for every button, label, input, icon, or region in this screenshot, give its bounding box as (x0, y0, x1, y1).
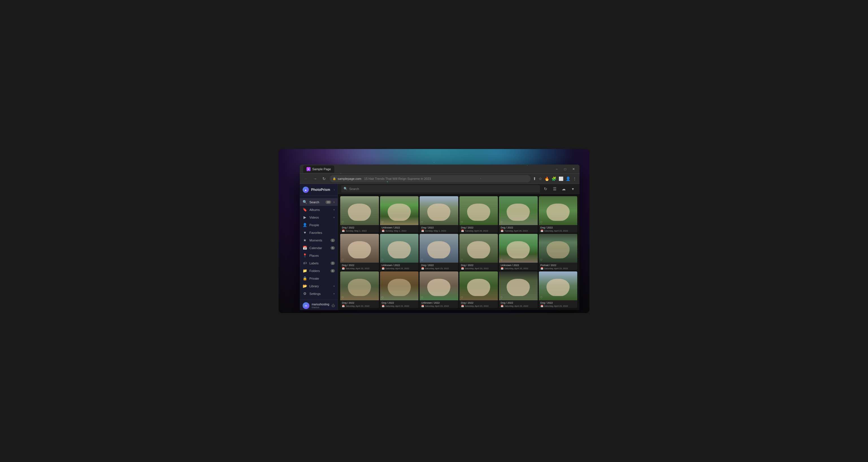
calendar-small-icon: 📅 (540, 267, 544, 270)
photo-info: Dog / 2022 📅 Saturday, April 23, 2022 🖼 … (499, 300, 538, 308)
avatar: m (303, 302, 309, 309)
photo-thumbnail: ♡ (380, 234, 419, 263)
puzzle-icon[interactable]: 🧩 (552, 176, 556, 181)
photo-card[interactable]: ♡ Dog / 2022 📅 Tuesday, April 26, 2022 🖼… (459, 196, 498, 233)
sidebar-item-search[interactable]: 🔍 Search 20 ▾ (300, 198, 338, 206)
sidebar-item-settings[interactable]: ⚙ Settings ▾ (300, 290, 338, 297)
photo-date: 📅 Saturday, April 23, 2022 (421, 267, 457, 270)
library-icon: 📂 (303, 284, 307, 288)
photo-card[interactable]: ♡ Dog / 2022 📅 Saturday, April 23, 2022 … (539, 196, 578, 233)
photo-card[interactable]: ♡ Dog / 2022 📅 Saturday, April 23, 2022 … (420, 234, 458, 270)
share-icon[interactable]: ⬆ (533, 176, 536, 181)
photo-card[interactable]: ♡ Unknown / 2022 📅 Saturday, April 23, 2… (420, 271, 458, 308)
forward-button[interactable]: → (312, 176, 318, 181)
profile-icon[interactable]: 👤 (566, 176, 570, 181)
photo-meta: 🖼 21091116UG, JPEG, 4000 × 3000, 3.1 MB (421, 308, 457, 308)
window-minimize-button[interactable]: − (554, 167, 559, 171)
photo-category: Unknown / 2022 (501, 264, 536, 267)
search-input-icon: 🔍 (344, 187, 347, 191)
browser-tab[interactable]: ▲ Sample Page (303, 165, 334, 173)
photo-card[interactable]: ♡ Dog / 2022 📅 Saturday, April 23, 2022 … (380, 271, 419, 308)
sidebar-item-label: Settings (309, 292, 331, 295)
cloud-button[interactable]: ☁ (560, 186, 567, 191)
photo-info: Dog / 2022 📅 Saturday, April 23, 2022 🖼 … (459, 263, 498, 270)
address-bar[interactable]: 🔒 samplepage.com 15 Hair Trends That Wil… (330, 175, 531, 182)
photo-category: Dog / 2022 (421, 264, 457, 267)
sidebar-navigation: 🔍 Search 20 ▾ 🔖 Albums ▾ ▶ Video (300, 196, 338, 300)
sidebar-item-label: Private (309, 277, 335, 280)
photo-card[interactable]: ♡ Dog / 2022 📅 Saturday, April 23, 2022 … (340, 271, 379, 308)
sidebar-item-labels[interactable]: 🏷 Labels 3 (300, 259, 338, 267)
photo-category: Dog / 2022 (501, 226, 536, 229)
albums-icon: 🔖 (303, 207, 307, 212)
photo-card[interactable]: ♡ Dog / 2022 📅 Saturday, April 23, 2022 … (340, 234, 379, 270)
window-close-button[interactable]: ✕ (571, 167, 576, 171)
favorite-icon: ♡ (500, 296, 503, 299)
sidebar-item-label: Labels (309, 262, 328, 265)
favorite-icon: ♡ (341, 296, 344, 299)
photo-category: Dog / 2022 (342, 301, 377, 304)
search-box[interactable]: 🔍 Search (341, 185, 540, 193)
photo-card[interactable]: ♡ Dog / 2022 📅 Saturday, April 23, 2022 … (539, 271, 578, 308)
sidebar-item-folders[interactable]: 📁 Folders 6 (300, 267, 338, 275)
refresh-button[interactable]: ↻ (321, 176, 328, 181)
list-view-button[interactable]: ☰ (551, 186, 558, 191)
lock-icon: 🔒 (333, 177, 336, 180)
sidebar-item-favorites[interactable]: ♥ Favorites (300, 229, 338, 236)
photo-category: Dog / 2022 (461, 264, 496, 267)
sidebar-item-people[interactable]: 👤 People (300, 221, 338, 229)
photo-card[interactable]: ♡ Unknown / 2022 📅 Sunday, May 1, 2022 🖼… (380, 196, 419, 233)
photo-card[interactable]: ♡ Dog / 2022 📅 Sunday, May 1, 2022 🖼 210… (340, 196, 379, 233)
photo-thumbnail: ♡ (459, 271, 498, 300)
sidebar-item-videos[interactable]: ▶ Videos ▾ (300, 213, 338, 221)
browser-window: ▲ Sample Page − □ ✕ ← → ↻ 🔒 samplepage.c… (300, 165, 580, 310)
menu-icon[interactable]: ⋮ (573, 176, 577, 181)
sidebar-item-label: People (309, 223, 335, 227)
photo-thumbnail: ♡ (459, 234, 498, 263)
photo-card[interactable]: ♡ Dog / 2022 📅 Saturday, April 23, 2022 … (499, 271, 538, 308)
calendar-small-icon: 📅 (421, 267, 424, 270)
logout-button[interactable]: ⏻ (332, 304, 335, 308)
private-icon: 🔒 (303, 276, 307, 281)
photo-date: 📅 Sunday, May 1, 2022 (421, 230, 457, 232)
videos-icon: ▶ (303, 215, 307, 220)
sidebar-item-places[interactable]: 📍 Places (300, 252, 338, 259)
calendar-small-icon: 📅 (342, 230, 345, 232)
back-button[interactable]: ← (303, 176, 309, 181)
photo-info: Unknown / 2022 📅 Saturday, April 23, 202… (499, 263, 538, 270)
photo-meta: 🖼 21091116UG, JPEG, 4000 × 3000, 3.2 MB (342, 308, 377, 308)
bookmark-icon[interactable]: ☆ (538, 176, 542, 181)
app-content: ▲ PhotoPrism ‹ 🔍 Search 20 ▾ (300, 184, 580, 310)
fire-icon[interactable]: 🔥 (545, 176, 549, 181)
photo-card[interactable]: ♡ Unknown / 2022 📅 Saturday, April 23, 2… (380, 234, 419, 270)
sidebar-item-albums[interactable]: 🔖 Albums ▾ (300, 206, 338, 213)
photo-card[interactable]: ♡ Dog / 2022 📅 Saturday, April 23, 2022 … (459, 271, 498, 308)
sidebar-item-library[interactable]: 📂 Library ▾ (300, 282, 338, 290)
sidebar-item-label: Albums (309, 208, 331, 211)
sidebar-item-moments[interactable]: ★ Moments 1 (300, 236, 338, 244)
window-maximize-button[interactable]: □ (563, 167, 568, 171)
sidebar-collapse-button[interactable]: ‹ (334, 188, 335, 192)
tab-label: Sample Page (312, 167, 331, 171)
moments-badge: 1 (331, 239, 335, 242)
photo-card[interactable]: ♡ Portrait / 2022 📅 Saturday, April 23, … (539, 234, 578, 270)
favorites-icon: ♥ (303, 230, 307, 235)
photo-meta: 🖼 21091116UG, JPEG, 4000 × 3000, 4.7 MB (540, 270, 576, 270)
favorite-icon: ♡ (421, 258, 423, 262)
photo-card[interactable]: ♡ Dog / 2022 📅 Sunday, May 1, 2022 🖼 210… (420, 196, 458, 233)
sidebar-item-calendar[interactable]: 📅 Calendar 5 (300, 244, 338, 252)
photo-category: Dog / 2022 (342, 264, 377, 267)
more-options-button[interactable]: ▾ (569, 186, 576, 191)
photo-card[interactable]: ♡ Dog / 2022 📅 Saturday, April 23, 2022 … (459, 234, 498, 270)
calendar-small-icon: 📅 (461, 230, 464, 232)
photo-thumbnail: ♡ (539, 271, 578, 300)
photo-date: 📅 Saturday, April 23, 2022 (342, 305, 377, 307)
sidebar-item-private[interactable]: 🔒 Private (300, 275, 338, 282)
window-icon[interactable]: ⬜ (559, 176, 563, 181)
calendar-small-icon: 📅 (501, 305, 503, 307)
photo-category: Dog / 2022 (461, 301, 496, 304)
refresh-photos-button[interactable]: ↻ (542, 186, 549, 191)
toolbar-right-actions: ↻ ☰ ☁ ▾ (542, 186, 576, 191)
photo-card[interactable]: ♡ Dog / 2022 📅 Tuesday, April 26, 2022 🖼… (499, 196, 538, 233)
photo-card[interactable]: ♡ Unknown / 2022 📅 Saturday, April 23, 2… (499, 234, 538, 270)
